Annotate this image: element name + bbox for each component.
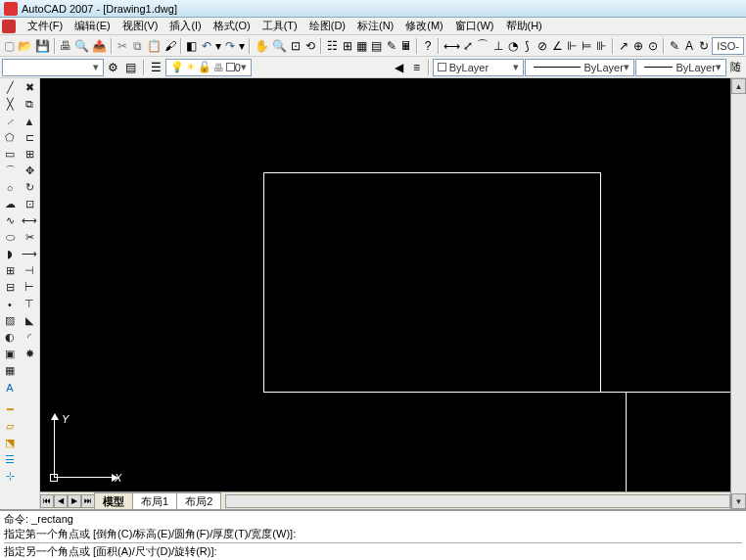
properties-icon[interactable]: ☷ [325, 37, 339, 55]
copy-icon[interactable]: ⧉ [130, 37, 144, 55]
dim-radius-icon[interactable]: ◔ [506, 37, 520, 55]
markup-icon[interactable]: ✎ [385, 37, 398, 55]
plot-icon[interactable]: 🖶 [59, 37, 72, 55]
menu-tools[interactable]: 工具(T) [256, 18, 303, 34]
publish-icon[interactable]: 📤 [91, 37, 108, 55]
polygon-icon[interactable]: ⬠ [1, 129, 19, 146]
mirror-icon[interactable]: ▲ [21, 113, 38, 129]
menu-file[interactable]: 文件(F) [22, 18, 69, 34]
fillet-icon[interactable]: ◜ [21, 329, 38, 346]
ellipse-arc-icon[interactable]: ◗ [1, 246, 19, 262]
menu-dimension[interactable]: 标注(N) [351, 18, 399, 34]
command-window[interactable]: 命令: _rectang 指定第一个角点或 [倒角(C)/标高(E)/圆角(F)… [0, 509, 746, 560]
linetype-dropdown[interactable]: ByLayer ▾ [525, 59, 634, 76]
quickcalc-icon[interactable]: 🖩 [399, 37, 413, 55]
redo-dropdown-icon[interactable]: ▾ [238, 37, 246, 55]
zoom-window-icon[interactable]: ⊡ [289, 37, 303, 55]
open-icon[interactable]: 📂 [17, 37, 33, 55]
mtext-icon[interactable]: A [1, 379, 19, 396]
menu-window[interactable]: 窗口(W) [449, 18, 500, 34]
paste-icon[interactable]: 📋 [146, 37, 163, 55]
menu-draw[interactable]: 绘图(D) [303, 18, 351, 34]
break-at-icon[interactable]: ⊣ [21, 262, 38, 279]
match-properties-icon[interactable]: 🖌 [163, 37, 177, 55]
workspace-save-icon[interactable]: ▤ [122, 59, 139, 76]
join-icon[interactable]: ⊤ [21, 296, 38, 312]
plot-preview-icon[interactable]: 🔍 [73, 37, 90, 55]
dim-tolerance-icon[interactable]: ⊕ [631, 37, 645, 55]
menu-view[interactable]: 视图(V) [117, 18, 164, 34]
design-center-icon[interactable]: ⊞ [341, 37, 354, 55]
drawing-canvas[interactable]: Y X [40, 78, 730, 491]
menu-help[interactable]: 帮助(H) [500, 18, 548, 34]
extend-icon[interactable]: ⟶ [21, 246, 38, 262]
redo-icon[interactable]: ↷ [223, 37, 237, 55]
color-dropdown[interactable]: ByLayer ▾ [433, 59, 524, 76]
layer-previous-icon[interactable]: ◀ [391, 59, 407, 76]
line-icon[interactable]: ╱ [1, 79, 19, 96]
dim-angular-icon[interactable]: ∠ [550, 37, 564, 55]
tab-layout2[interactable]: 布局2 [176, 492, 221, 510]
revcloud-icon[interactable]: ☁ [1, 196, 19, 212]
menu-edit[interactable]: 编辑(E) [69, 18, 117, 34]
menu-insert[interactable]: 插入(I) [163, 18, 207, 34]
layer-properties-icon[interactable]: ☰ [148, 59, 164, 76]
dim-aligned-icon[interactable]: ⤢ [461, 37, 475, 55]
sheet-set-icon[interactable]: ▤ [370, 37, 384, 55]
undo-dropdown-icon[interactable]: ▾ [214, 37, 222, 55]
tool-palettes-icon[interactable]: ▦ [355, 37, 369, 55]
help-icon[interactable]: ? [421, 37, 435, 55]
dim-style-dropdown[interactable]: ISO- [712, 37, 744, 55]
new-icon[interactable]: ▢ [2, 37, 16, 55]
tab-nav-first-icon[interactable]: ⏮ [40, 494, 54, 508]
dim-edit-icon[interactable]: ✎ [668, 37, 681, 55]
layer-states-icon[interactable]: ≡ [408, 59, 425, 76]
workspace-dropdown[interactable]: ▾ [2, 59, 104, 76]
dim-jogged-icon[interactable]: ⟆ [521, 37, 535, 55]
region-icon[interactable]: ▣ [1, 346, 19, 362]
explode-icon[interactable]: ✸ [21, 346, 38, 362]
layer-dropdown[interactable]: 💡☀🔓🖶 0 ▾ [165, 59, 252, 76]
rotate-icon[interactable]: ↻ [21, 179, 38, 196]
arc-icon[interactable]: ⌒ [1, 163, 19, 179]
tab-nav-next-icon[interactable]: ▶ [68, 494, 81, 508]
make-block-icon[interactable]: ⊟ [1, 279, 19, 296]
measure-region-icon[interactable]: ⬔ [1, 435, 19, 451]
circle-icon[interactable]: ○ [1, 179, 19, 196]
scroll-up-icon[interactable]: ▲ [731, 78, 746, 94]
erase-icon[interactable]: ✖ [21, 79, 38, 96]
array-icon[interactable]: ⊞ [21, 146, 38, 163]
block-editor-icon[interactable]: ◧ [185, 37, 199, 55]
trim-icon[interactable]: ✂ [21, 229, 38, 246]
stretch-icon[interactable]: ⟷ [21, 212, 38, 229]
scale-icon[interactable]: ⊡ [21, 196, 38, 212]
point-icon[interactable]: • [1, 296, 19, 312]
dim-update-icon[interactable]: ↻ [697, 37, 711, 55]
lineweight-dropdown[interactable]: ByLayer ▾ [635, 59, 726, 76]
dim-baseline-icon[interactable]: ⊨ [580, 37, 593, 55]
measure-id-icon[interactable]: ⊹ [1, 468, 19, 485]
dim-linear-icon[interactable]: ⟷ [443, 37, 460, 55]
workspace-settings-icon[interactable]: ⚙ [105, 59, 121, 76]
xline-icon[interactable]: ╳ [1, 96, 19, 113]
vertical-scrollbar[interactable]: ▲ ▼ [730, 78, 746, 509]
dim-diameter-icon[interactable]: ⊘ [536, 37, 549, 55]
chamfer-icon[interactable]: ◣ [21, 312, 38, 329]
hatch-icon[interactable]: ▨ [1, 312, 19, 329]
dim-quick-icon[interactable]: ⊩ [565, 37, 579, 55]
save-icon[interactable]: 💾 [34, 37, 51, 55]
undo-icon[interactable]: ↶ [200, 37, 213, 55]
offset-icon[interactable]: ⊏ [21, 129, 38, 146]
horizontal-scrollbar[interactable] [225, 494, 730, 508]
dim-ordinate-icon[interactable]: ⊥ [491, 37, 505, 55]
table-icon[interactable]: ▦ [1, 362, 19, 379]
plot-style-button[interactable]: 随 [727, 59, 744, 76]
dim-center-icon[interactable]: ⊙ [646, 37, 660, 55]
pan-icon[interactable]: ✋ [254, 37, 270, 55]
tab-layout1[interactable]: 布局1 [132, 492, 177, 510]
spline-icon[interactable]: ∿ [1, 212, 19, 229]
ellipse-icon[interactable]: ⬭ [1, 229, 19, 246]
tab-model[interactable]: 模型 [94, 492, 133, 510]
insert-block-icon[interactable]: ⊞ [1, 262, 19, 279]
gradient-icon[interactable]: ◐ [1, 329, 19, 346]
